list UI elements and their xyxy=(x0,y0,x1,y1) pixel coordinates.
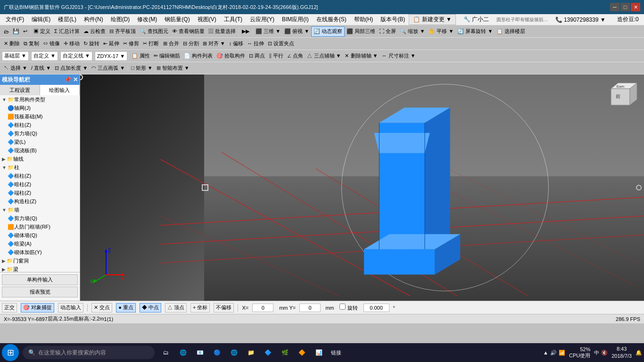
offset-btn[interactable]: ↕ 偏移 xyxy=(227,39,246,49)
tree-col1[interactable]: 🔷 框柱(Z) xyxy=(0,172,80,180)
single-comp-btn[interactable]: 单构件输入 xyxy=(2,274,78,285)
tab-project-settings[interactable]: 工程设置 xyxy=(0,85,40,95)
taskbar-icon-8[interactable]: 🌿 xyxy=(277,345,292,360)
tree-frame-col[interactable]: 🔷 框柱(Z) xyxy=(0,121,80,129)
local-3d-btn[interactable]: ⬛ 局部三维 xyxy=(345,26,377,37)
rotate2-btn[interactable]: ↻ 旋转 xyxy=(82,39,101,49)
menu-view[interactable]: 视图(V) xyxy=(194,15,220,25)
fullscreen-btn[interactable]: ⛶ 全屏 xyxy=(377,26,398,37)
parallel-btn[interactable]: ∥ 平行 xyxy=(267,51,285,61)
midpoint-btn[interactable]: ◆ 中点 xyxy=(140,303,161,313)
merge-btn[interactable]: ⊞ 合并 xyxy=(161,39,181,49)
edit-rebar-btn[interactable]: ✏ 编辑钢筋 xyxy=(152,51,182,61)
rotate-input[interactable] xyxy=(363,304,389,312)
sidebar-pin-icon[interactable]: 📌 xyxy=(64,76,71,83)
dynamic-view-btn[interactable]: 🔄 动态观察 xyxy=(311,26,345,37)
tree-beam[interactable]: 🔷 梁(L) xyxy=(0,138,80,146)
floor-dropdown[interactable]: 基础层 ▼ xyxy=(2,51,29,61)
tree-common[interactable]: ▼ 📁 常用构件类型 xyxy=(0,95,80,104)
view-rebar-btn[interactable]: 👁 查看钢筋量 xyxy=(170,26,206,37)
property-btn[interactable]: 📋 属性 xyxy=(130,51,152,61)
dim-btn[interactable]: ↔ 尺寸标注 ▼ xyxy=(380,51,417,61)
menu-modify[interactable]: 修改(M) xyxy=(133,15,161,25)
mirror-btn[interactable]: ⇔ 镜像 xyxy=(41,39,62,49)
tree-wall4[interactable]: 🔷 暗梁(A) xyxy=(0,239,80,248)
split-btn[interactable]: ⊟ 分割 xyxy=(181,39,201,49)
tree-slab[interactable]: 🔷 现浇板(B) xyxy=(0,146,80,155)
maximize-button[interactable]: □ xyxy=(620,3,630,11)
point-angle-btn[interactable]: ∠ 点角 xyxy=(285,51,305,61)
menu-rebar[interactable]: 钢筋量(Q) xyxy=(161,15,193,25)
zoom-btn[interactable]: 🔍 缩放 ▼ xyxy=(398,26,427,37)
price-btn[interactable]: 造价豆:0 xyxy=(613,15,643,25)
line-btn[interactable]: / 直线 ▼ xyxy=(29,63,53,74)
custom-line-dropdown[interactable]: 自定义线 ▼ xyxy=(60,51,92,61)
move-btn[interactable]: ✛ 移动 xyxy=(62,39,82,49)
taskbar-icon-10[interactable]: 📊 xyxy=(311,345,326,360)
taskbar-icon-6[interactable]: 📁 xyxy=(243,345,258,360)
start-button[interactable]: ⊞ xyxy=(2,344,19,361)
tree-col4[interactable]: 🔷 构造柱(Z) xyxy=(0,197,80,206)
tree-wall1[interactable]: 🔷 剪力墙(Q) xyxy=(0,214,80,222)
taskbar-icon-3[interactable]: 📧 xyxy=(192,345,207,360)
topview-btn[interactable]: ⬛ 俯视 ▼ xyxy=(282,26,311,37)
new-btn[interactable]: 🗁 xyxy=(2,26,11,37)
taskbar-icon-2[interactable]: 🌐 xyxy=(175,345,190,360)
notif-icon[interactable]: 🔔 xyxy=(636,350,642,356)
new-change-btn[interactable]: 📋 新建变更 ▼ xyxy=(409,14,456,25)
copy-btn[interactable]: ⧉ 复制 xyxy=(22,39,41,49)
batch-select-btn[interactable]: ▤ 批量选择 xyxy=(206,26,238,37)
3d-btn[interactable]: ⬛ 三维 ▼ xyxy=(254,26,282,37)
taskbar-app-label[interactable]: 链接 xyxy=(328,345,344,360)
tree-col-group[interactable]: ▼ 📁 柱 xyxy=(0,163,80,172)
taskbar-icon-5[interactable]: 🌐 xyxy=(226,345,241,360)
flat-btn[interactable]: ⊟ 齐平板顶 xyxy=(107,26,138,37)
viewport[interactable]: 前 Eam Z X Y xyxy=(80,74,644,301)
menu-version[interactable]: 版本号(B) xyxy=(377,15,409,25)
rotate-checkbox[interactable] xyxy=(339,304,346,310)
pt-len-btn[interactable]: ⊡ 点加长度 ▼ xyxy=(53,63,90,74)
grip-btn[interactable]: ⊡ 设置夹点 xyxy=(266,39,296,49)
tree-col3[interactable]: 🔷 端柱(Z) xyxy=(0,189,80,197)
tree-col2[interactable]: 🔷 暗柱(Z) xyxy=(0,180,80,189)
rect-btn[interactable]: □ 矩形 ▼ xyxy=(129,63,155,74)
taskbar-icon-9[interactable]: 🔶 xyxy=(294,345,309,360)
align-btn[interactable]: ⊞ 对齐 ▼ xyxy=(201,39,227,49)
menu-bim[interactable]: BIM应用(I) xyxy=(278,15,313,25)
x-input[interactable] xyxy=(252,304,273,312)
menu-help[interactable]: 帮助(H) xyxy=(350,15,377,25)
tree-wall-group[interactable]: ▼ 📁 墙 xyxy=(0,206,80,214)
three-aux-btn[interactable]: △ 三点辅轴 ▼ xyxy=(305,51,343,61)
no-offset-btn[interactable]: 不偏移 xyxy=(214,303,234,313)
zdyx-dropdown[interactable]: ZDYX-17 ▼ xyxy=(95,51,127,61)
more-btn[interactable]: ▶▶ xyxy=(240,26,251,37)
taskbar-icon-1[interactable]: 🗂 xyxy=(158,345,173,360)
taskbar-icon-4[interactable]: 🔵 xyxy=(209,345,224,360)
comp-list-btn[interactable]: 📄 构件列表 xyxy=(182,51,215,61)
pick-comp-btn[interactable]: 🎯 拾取构件 xyxy=(215,51,247,61)
y-input[interactable] xyxy=(299,304,321,312)
taskbar-search-box[interactable]: 🔍 在这里输入你要搜索的内容 xyxy=(23,346,155,359)
stretch-btn[interactable]: ↔ 拉伸 xyxy=(245,39,266,49)
find-btn[interactable]: 🔍 查找图元 xyxy=(138,26,170,37)
tree-axis[interactable]: 🔵 轴网(J) xyxy=(0,104,80,112)
menu-edit[interactable]: 编辑(E) xyxy=(28,15,54,25)
menu-floor[interactable]: 楼层(L) xyxy=(54,15,80,25)
tree-wall2[interactable]: 🟧 人防门框墙(RF) xyxy=(0,222,80,231)
snap-btn[interactable]: 🎯 对象捕捉 xyxy=(21,303,54,313)
taskbar-icon-7[interactable]: 🔷 xyxy=(260,345,275,360)
endpoint-btn[interactable]: ● 重点 xyxy=(116,303,136,313)
dynamic-input-btn[interactable]: 动态输入 xyxy=(58,303,83,313)
ortho-btn[interactable]: 正交 xyxy=(2,303,17,313)
pan-btn[interactable]: ✋ 平移 ▼ xyxy=(427,26,455,37)
guangxiao-btn[interactable]: 🔧 广小二 xyxy=(460,15,493,25)
tree-beam2[interactable]: ▶ 📁 梁 xyxy=(0,265,80,272)
sum-btn[interactable]: Σ 汇总计算 xyxy=(52,26,82,37)
report-btn[interactable]: 报表预览 xyxy=(2,287,78,297)
minimize-button[interactable]: ─ xyxy=(610,3,619,11)
nav-cube[interactable]: 前 Eam xyxy=(602,79,639,117)
tree-axisline[interactable]: ▶ 📁 轴线 xyxy=(0,155,80,163)
close-button[interactable]: ✕ xyxy=(631,3,640,11)
tree-wall3[interactable]: 🔷 砌体墙(Q) xyxy=(0,231,80,239)
menu-file[interactable]: 文件(F) xyxy=(2,15,28,25)
